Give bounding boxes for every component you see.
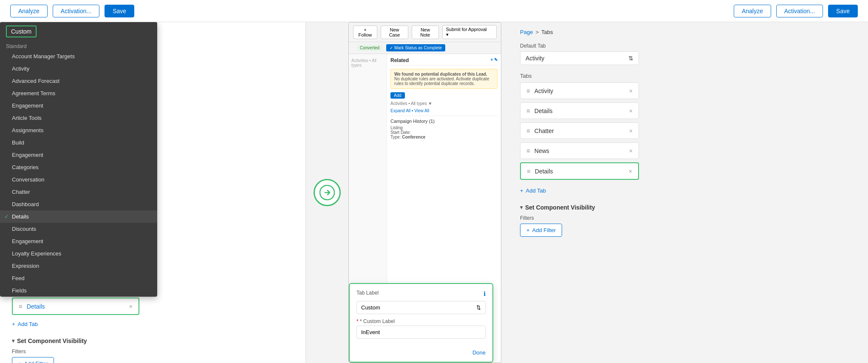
set-visibility-header-left[interactable]: ▾ Set Component Visibility xyxy=(12,337,294,344)
listing-info: Listing Start Date: Type: Conference xyxy=(390,125,498,139)
follow-button[interactable]: + Follow xyxy=(353,26,377,39)
save-button-left[interactable]: Save xyxy=(105,5,134,17)
dropdown-item[interactable]: Activity xyxy=(0,62,157,75)
popup-select[interactable]: Custom ⇅ xyxy=(356,301,486,314)
right-tabs-label: Tabs xyxy=(520,73,858,79)
main-content: Custom Standard Account Manager TargetsA… xyxy=(0,22,868,363)
dropdown-overlay: Custom Standard Account Manager TargetsA… xyxy=(0,22,157,297)
dropdown-item[interactable]: Dashboard xyxy=(0,198,157,210)
dropdown-item[interactable]: Loyalty Experiences xyxy=(0,247,157,260)
left-tab-row: ≡Details× xyxy=(12,298,139,315)
center-preview: + Follow New Case New Note Submit for Ap… xyxy=(348,22,501,363)
dropdown-item[interactable]: Engagement xyxy=(0,149,157,161)
new-note-button[interactable]: New Note xyxy=(412,26,438,39)
dropdown-item[interactable]: Assignments xyxy=(0,124,157,136)
analyze-button-left[interactable]: Analyze xyxy=(10,5,48,17)
dropdown-item[interactable]: Fields xyxy=(0,284,157,297)
check-icon: ✓ xyxy=(4,213,9,220)
popup-cursor-area: Done xyxy=(356,343,486,356)
dropdown-item[interactable]: Chatter xyxy=(0,186,157,198)
info-icon: ℹ xyxy=(483,290,486,297)
expand-all-link[interactable]: Expand All • View All xyxy=(390,108,498,113)
right-drag-handle-icon[interactable]: ≡ xyxy=(527,167,531,175)
add-tab-label-left: Add Tab xyxy=(18,321,38,327)
filters-label-left: Filters xyxy=(12,349,294,354)
arrow-area xyxy=(306,22,348,363)
right-breadcrumb-current: Tabs xyxy=(541,29,553,35)
dropdown-item[interactable]: Feed xyxy=(0,272,157,284)
right-add-filter-button[interactable]: + Add Filter xyxy=(520,224,562,237)
add-filter-button-left[interactable]: + Add Filter xyxy=(12,357,54,363)
dropdown-item[interactable]: Engagement xyxy=(0,235,157,247)
save-button-right[interactable]: Save xyxy=(828,5,858,17)
dropdown-item[interactable]: Discounts xyxy=(0,223,157,235)
tab-label-popup: Tab Label ℹ Custom ⇅ * * Custom Label Do… xyxy=(349,283,493,363)
dropdown-item[interactable]: Agreement Terms xyxy=(0,87,157,99)
new-case-button[interactable]: New Case xyxy=(381,26,409,39)
dropdown-item[interactable]: Build xyxy=(0,136,157,149)
popup-field-label: Tab Label xyxy=(356,290,379,296)
dropdown-item[interactable]: Article Tools xyxy=(0,112,157,124)
right-add-tab-button[interactable]: + Add Tab xyxy=(520,185,858,196)
sidebar-mini-text: Activities • All types xyxy=(351,57,384,69)
dropdown-item[interactable]: Conversation xyxy=(0,173,157,186)
right-tab-row: ≡Activity× xyxy=(520,82,639,99)
right-add-tab-label: Add Tab xyxy=(526,187,546,194)
right-drag-handle-icon[interactable]: ≡ xyxy=(526,87,530,94)
drag-handle-icon[interactable]: ≡ xyxy=(19,303,23,310)
center-column: + Follow New Case New Note Submit for Ap… xyxy=(348,22,510,363)
mark-status-button[interactable]: ✓ Mark Status as Complete xyxy=(386,44,445,51)
toolbar-left: Analyze Activation... Save xyxy=(10,5,134,17)
right-tab-row: ≡Chatter× xyxy=(520,122,639,139)
right-default-tab-value: Activity xyxy=(526,55,544,62)
dropdown-item[interactable]: Engagement xyxy=(0,99,157,112)
add-filter-label-left: Add Filter xyxy=(24,360,48,363)
right-default-tab-label: Default Tab xyxy=(520,43,858,49)
analyze-button-right[interactable]: Analyze xyxy=(734,5,771,17)
add-tab-button-left[interactable]: + Add Tab xyxy=(12,318,294,330)
filter-bar: Activities • All types ▼ xyxy=(390,101,498,106)
add-button-preview[interactable]: Add xyxy=(390,92,405,99)
plus-edit-icons: + ✎ xyxy=(490,57,498,62)
activation-button-left[interactable]: Activation... xyxy=(53,5,99,17)
close-icon[interactable]: × xyxy=(129,303,133,310)
campaign-history: Campaign History (1) xyxy=(390,116,498,124)
right-tab-name: Chatter xyxy=(534,128,554,134)
done-link[interactable]: Done xyxy=(472,349,486,356)
right-close-icon[interactable]: × xyxy=(629,128,633,134)
right-drag-handle-icon[interactable]: ≡ xyxy=(526,147,530,154)
dropdown-item[interactable]: Expression xyxy=(0,260,157,272)
right-set-visibility-header[interactable]: ▾ Set Component Visibility xyxy=(520,204,858,211)
dropdown-list: Account Manager TargetsActivityAdvanced … xyxy=(0,50,157,297)
add-tab-plus-left: + xyxy=(12,321,15,327)
right-drag-handle-icon[interactable]: ≡ xyxy=(526,107,530,114)
custom-label-input[interactable] xyxy=(356,326,486,339)
dropdown-item[interactable]: Advanced Forecast xyxy=(0,75,157,87)
add-filter-plus-left: + xyxy=(18,360,22,363)
dropdown-item[interactable]: Account Manager Targets xyxy=(0,50,157,62)
right-arrow-icon xyxy=(319,185,335,200)
toolbar: Analyze Activation... Save Analyze Activ… xyxy=(0,0,868,22)
right-close-icon[interactable]: × xyxy=(629,168,632,175)
dropdown-custom-button[interactable]: Custom xyxy=(6,26,37,37)
right-tab-name: News xyxy=(534,147,549,154)
right-set-visibility-section: ▾ Set Component Visibility Filters + Add… xyxy=(520,204,858,237)
submit-approval-dropdown[interactable]: Submit for Approval ▾ xyxy=(442,25,497,39)
right-tab-row: ≡Details× xyxy=(520,102,639,119)
chevron-down-icon-left: ▾ xyxy=(12,338,14,344)
tab-name[interactable]: Details xyxy=(27,303,45,310)
right-breadcrumb-page[interactable]: Page xyxy=(520,29,533,35)
activation-button-right[interactable]: Activation... xyxy=(776,5,823,17)
dropdown-item[interactable]: ✓Details xyxy=(0,210,157,223)
converted-tag: Converted xyxy=(357,45,382,51)
dropdown-custom-btn: Custom xyxy=(0,22,157,41)
related-tab-header: + ✎ Related xyxy=(390,57,498,65)
arrow-circle xyxy=(314,179,341,206)
right-close-icon[interactable]: × xyxy=(629,88,633,94)
right-close-icon[interactable]: × xyxy=(629,147,633,154)
dropdown-item[interactable]: Categories xyxy=(0,161,157,173)
right-close-icon[interactable]: × xyxy=(629,108,633,114)
right-drag-handle-icon[interactable]: ≡ xyxy=(526,127,530,134)
right-tab-row: ≡News× xyxy=(520,142,639,159)
right-default-tab-select[interactable]: Activity ⇅ xyxy=(520,51,639,65)
